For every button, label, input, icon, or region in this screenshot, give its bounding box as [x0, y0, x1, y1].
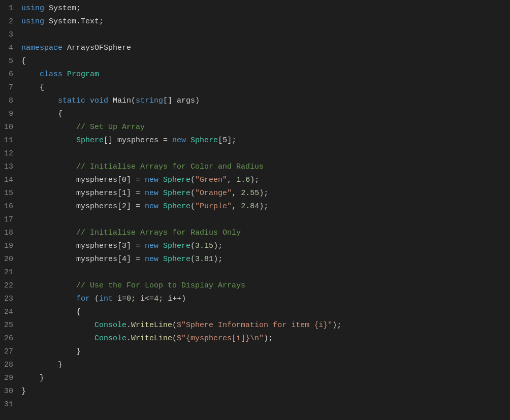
code-line: 4namespace ArraysOFSphere: [0, 42, 510, 55]
line-number: 15: [0, 187, 21, 200]
line-number: 20: [0, 253, 21, 266]
token: [5];: [218, 136, 236, 145]
token: // Set Up Array: [76, 123, 145, 132]
token: (: [190, 242, 195, 250]
line-content: {: [21, 81, 510, 94]
token: (: [190, 202, 195, 211]
line-number: 4: [0, 42, 21, 55]
line-number: 23: [0, 293, 21, 306]
code-line: 21: [0, 266, 510, 279]
token: }: [21, 374, 44, 382]
token: new: [172, 136, 186, 145]
code-line: 7 {: [0, 81, 510, 94]
token: // Initialise Arrays for Radius Only: [76, 229, 241, 237]
token: );: [259, 189, 268, 198]
token: // Use the For Loop to Display Arrays: [76, 281, 245, 290]
token: );: [213, 255, 222, 264]
line-content: for (int i=0; i<=4; i++): [21, 293, 510, 306]
token: Sphere: [190, 136, 218, 145]
line-content: [21, 28, 510, 42]
token: 1.6: [236, 176, 250, 184]
code-line: 23 for (int i=0; i<=4; i++): [0, 293, 510, 306]
token: }: [21, 361, 62, 369]
token: [] args): [163, 96, 200, 105]
token: (: [190, 189, 195, 198]
code-line: 26 Console.WriteLine($"{myspheres[i]}\n"…: [0, 332, 510, 345]
token: string: [136, 96, 163, 105]
line-number: 9: [0, 108, 21, 121]
code-line: 12: [0, 147, 510, 160]
token: static: [21, 96, 85, 105]
token: namespace: [21, 44, 62, 52]
token: 4: [154, 295, 158, 303]
code-line: 8 static void Main(string[] args): [0, 94, 510, 108]
token: new: [145, 242, 158, 250]
line-number: 16: [0, 200, 21, 213]
token: {: [21, 57, 26, 66]
line-content: // Initialise Arrays for Color and Radiu…: [21, 160, 510, 174]
line-content: using System.Text;: [21, 15, 510, 28]
code-line: 5{: [0, 55, 510, 68]
token: Main(: [108, 96, 136, 105]
token: new: [145, 255, 158, 264]
line-number: 18: [0, 227, 21, 240]
line-content: [21, 266, 510, 279]
code-line: 31: [0, 398, 510, 411]
line-content: // Initialise Arrays for Radius Only: [21, 227, 510, 240]
token: [186, 136, 190, 145]
token: [21, 229, 76, 237]
line-number: 14: [0, 174, 21, 187]
line-number: 12: [0, 147, 21, 160]
line-content: [21, 398, 510, 411]
token: using: [21, 17, 44, 26]
token: ; i++): [158, 295, 186, 303]
token: [21, 163, 76, 171]
token: myspheres[3] =: [21, 242, 145, 250]
line-content: }: [21, 385, 510, 398]
line-number: 21: [0, 266, 21, 279]
line-content: class Program: [21, 68, 510, 81]
line-number: 6: [0, 68, 21, 81]
token: );: [213, 242, 222, 250]
code-line: 11 Sphere[] myspheres = new Sphere[5];: [0, 134, 510, 147]
token: "Green": [195, 176, 227, 184]
token: (: [190, 176, 195, 184]
token: );: [332, 321, 341, 330]
token: [158, 202, 163, 211]
token: );: [264, 334, 273, 343]
line-content: Console.WriteLine($"{myspheres[i]}\n");: [21, 332, 510, 345]
line-number: 30: [0, 385, 21, 398]
line-content: {: [21, 108, 510, 121]
token: (: [172, 334, 177, 343]
token: Sphere: [163, 176, 190, 184]
token: {: [21, 83, 44, 92]
line-number: 2: [0, 15, 21, 28]
token: );: [250, 176, 259, 184]
line-number: 25: [0, 319, 21, 332]
code-line: 25 Console.WriteLine($"Sphere Informatio…: [0, 319, 510, 332]
code-line: 6 class Program: [0, 68, 510, 81]
token: myspheres[1] =: [21, 189, 145, 198]
code-line: 30}: [0, 385, 510, 398]
token: // Initialise Arrays for Color and Radiu…: [76, 163, 264, 171]
token: {: [21, 308, 81, 316]
line-number: 1: [0, 2, 21, 15]
code-line: 17: [0, 213, 510, 227]
line-content: [21, 147, 510, 160]
token: Sphere: [163, 189, 190, 198]
token: (: [172, 321, 177, 330]
token: [62, 70, 67, 79]
token: System;: [44, 4, 81, 13]
code-line: 3: [0, 28, 510, 42]
token: for: [76, 295, 90, 303]
token: [21, 334, 94, 343]
token: ; i<=: [131, 295, 154, 303]
token: myspheres[4] =: [21, 255, 145, 264]
token: $"{myspheres[i]}\n": [177, 334, 264, 343]
token: [] myspheres =: [104, 136, 172, 145]
token: using: [21, 4, 44, 13]
token: "Orange": [195, 189, 232, 198]
token: [21, 295, 76, 303]
line-content: myspheres[3] = new Sphere(3.15);: [21, 240, 510, 253]
code-line: 29 }: [0, 372, 510, 385]
